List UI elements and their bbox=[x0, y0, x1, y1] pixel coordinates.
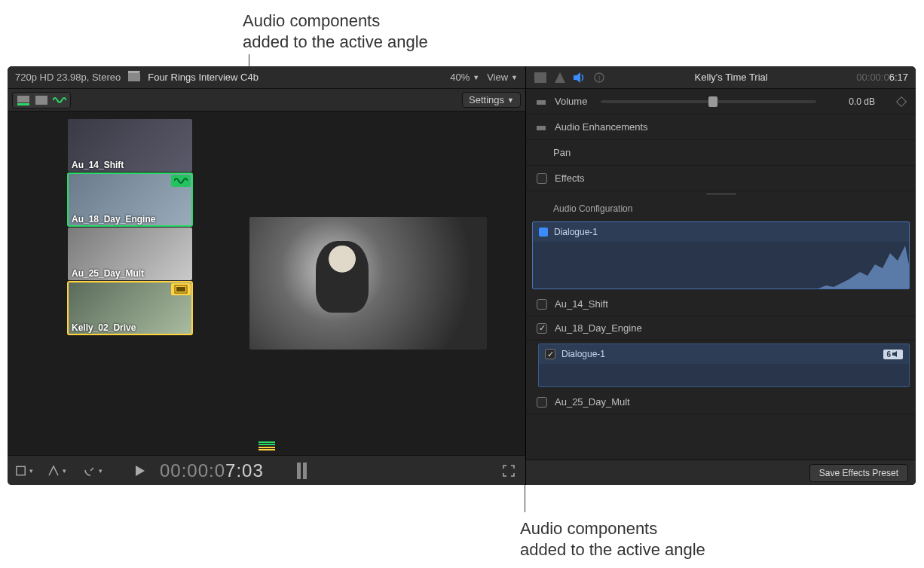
audio-config-title: Audio Configuration bbox=[526, 196, 916, 218]
angle-item-active-video[interactable]: Kelly_02_Drive bbox=[68, 282, 192, 334]
chevron-down-icon: ▼ bbox=[511, 74, 518, 81]
svg-rect-7 bbox=[17, 466, 25, 475]
multicam-role-icon bbox=[539, 228, 548, 237]
svg-rect-10 bbox=[534, 72, 546, 83]
timecode-bright: 7:03 bbox=[225, 460, 264, 481]
inspector-footer: Save Effects Preset bbox=[526, 460, 916, 485]
svg-marker-18 bbox=[892, 351, 897, 357]
effects-label: Effects bbox=[555, 173, 585, 184]
audio-inspector-tab-icon[interactable] bbox=[573, 72, 586, 84]
video-audio-mode-icon[interactable] bbox=[16, 94, 31, 106]
component-waveform bbox=[533, 242, 909, 289]
component-label: Dialogue-1 bbox=[554, 227, 598, 237]
angle-label: Au_25_Day_Mult bbox=[68, 267, 192, 280]
angle-label: Au_14_Shift bbox=[68, 158, 192, 172]
timecode-display[interactable]: 00:00:07:03 bbox=[160, 460, 264, 481]
callout-top: Audio components added to the active ang… bbox=[243, 11, 428, 52]
clapper-icon bbox=[128, 71, 140, 84]
view-dropdown[interactable]: View ▼ bbox=[487, 72, 518, 83]
audio-meter-icon bbox=[297, 463, 307, 479]
play-button[interactable] bbox=[131, 463, 149, 478]
callout-bottom: Audio components added to the active ang… bbox=[520, 518, 705, 560]
audio-active-badge-icon bbox=[171, 175, 191, 187]
preview-area bbox=[211, 111, 525, 455]
angle-overview-icon[interactable] bbox=[259, 441, 275, 450]
effects-checkbox[interactable] bbox=[537, 173, 547, 184]
svg-rect-16 bbox=[537, 126, 546, 130]
video-inspector-tab-icon[interactable] bbox=[534, 72, 547, 84]
crop-tool-dropdown[interactable]: ▾ bbox=[15, 463, 33, 478]
color-inspector-tab-icon[interactable] bbox=[553, 72, 567, 84]
inspector-tabs: i bbox=[534, 72, 606, 84]
svg-rect-1 bbox=[128, 71, 140, 73]
svg-line-8 bbox=[90, 468, 93, 471]
svg-rect-15 bbox=[537, 100, 546, 105]
keyframe-icon[interactable] bbox=[896, 96, 907, 106]
speed-tool-dropdown[interactable]: ▾ bbox=[80, 463, 106, 478]
svg-rect-4 bbox=[35, 96, 47, 105]
audio-component-row[interactable]: Au_18_Day_Engine bbox=[526, 316, 916, 340]
component-label: Dialogue-1 bbox=[561, 349, 605, 359]
svg-marker-12 bbox=[574, 72, 580, 83]
inspector-clip-title: Kelly's Time Trial bbox=[613, 72, 849, 83]
angle-viewer-panel: 720p HD 23.98p, Stereo Four Rings Interv… bbox=[8, 66, 526, 485]
audio-sub-component[interactable]: Dialogue-1 6 bbox=[538, 344, 910, 387]
zoom-dropdown[interactable]: 40% ▼ bbox=[450, 72, 479, 83]
angle-toolbar: Settings ▼ bbox=[8, 89, 525, 111]
audio-component-row[interactable]: Au_14_Shift bbox=[526, 292, 916, 316]
disclosure-icon[interactable] bbox=[537, 97, 547, 106]
pan-label: Pan bbox=[553, 147, 571, 158]
svg-rect-6 bbox=[176, 287, 185, 292]
component-checkbox[interactable] bbox=[537, 299, 547, 310]
angle-area: Au_14_Shift Au_18_Day_Engine Au_25_Day_M… bbox=[8, 111, 525, 455]
chevron-down-icon: ▼ bbox=[473, 74, 479, 81]
angle-item[interactable]: Au_14_Shift bbox=[68, 119, 192, 172]
angle-settings-dropdown[interactable]: Settings ▼ bbox=[462, 92, 521, 108]
component-checkbox[interactable] bbox=[545, 349, 555, 359]
audio-component-row[interactable]: Au_25_Day_Mult bbox=[526, 390, 916, 414]
save-effects-preset-button[interactable]: Save Effects Preset bbox=[809, 464, 908, 482]
effects-row[interactable]: Effects bbox=[526, 166, 916, 191]
volume-readout: 0.0 dB bbox=[830, 96, 875, 107]
timecode-dim: 00:00:0 bbox=[160, 460, 225, 481]
svg-marker-11 bbox=[555, 72, 565, 83]
audio-enhancements-row[interactable]: Audio Enhancements bbox=[526, 115, 916, 140]
inspector-tc-bright: 6:17 bbox=[889, 72, 908, 83]
settings-label: Settings bbox=[469, 94, 504, 105]
pan-row[interactable]: Pan bbox=[526, 140, 916, 166]
volume-row: Volume 0.0 dB bbox=[526, 89, 916, 115]
info-inspector-tab-icon[interactable]: i bbox=[592, 72, 606, 84]
audio-only-mode-icon[interactable] bbox=[52, 94, 67, 106]
component-checkbox[interactable] bbox=[537, 397, 547, 408]
volume-slider[interactable] bbox=[601, 100, 816, 103]
angle-item[interactable]: Au_25_Day_Mult bbox=[68, 228, 192, 280]
angle-label: Kelly_02_Drive bbox=[68, 321, 192, 334]
component-label: Au_25_Day_Mult bbox=[555, 396, 630, 408]
switch-mode-group bbox=[12, 92, 71, 108]
component-checkbox[interactable] bbox=[537, 323, 547, 334]
angle-label: Au_18_Day_Engine bbox=[68, 212, 192, 226]
callout-top-line1: Audio components added to the active ang… bbox=[243, 11, 428, 51]
retime-tool-dropdown[interactable]: ▾ bbox=[44, 463, 69, 478]
inspector-tc-dim: 00:00:0 bbox=[856, 72, 889, 83]
audio-component-main[interactable]: Dialogue-1 bbox=[532, 221, 910, 289]
volume-slider-thumb[interactable] bbox=[708, 96, 717, 107]
view-label: View bbox=[487, 72, 508, 83]
disclosure-icon[interactable] bbox=[537, 123, 547, 132]
viewer-format-text: 720p HD 23.98p, Stereo bbox=[15, 72, 121, 83]
component-label: Au_14_Shift bbox=[555, 298, 608, 310]
component-header: Dialogue-1 bbox=[533, 222, 909, 242]
app-window: 720p HD 23.98p, Stereo Four Rings Interv… bbox=[8, 66, 916, 485]
svg-marker-17 bbox=[818, 246, 909, 289]
angle-item-active-audio[interactable]: Au_18_Day_Engine bbox=[68, 173, 192, 226]
preview-frame bbox=[249, 217, 487, 350]
chevron-down-icon: ▼ bbox=[507, 96, 514, 104]
speaker-icon bbox=[892, 351, 900, 357]
svg-rect-2 bbox=[17, 96, 29, 102]
viewer-header: 720p HD 23.98p, Stereo Four Rings Interv… bbox=[8, 66, 525, 89]
enhancements-label: Audio Enhancements bbox=[555, 121, 648, 133]
fullscreen-icon[interactable] bbox=[500, 463, 518, 478]
video-only-mode-icon[interactable] bbox=[34, 94, 49, 106]
channel-count: 6 bbox=[886, 350, 891, 359]
svg-text:i: i bbox=[598, 74, 600, 82]
